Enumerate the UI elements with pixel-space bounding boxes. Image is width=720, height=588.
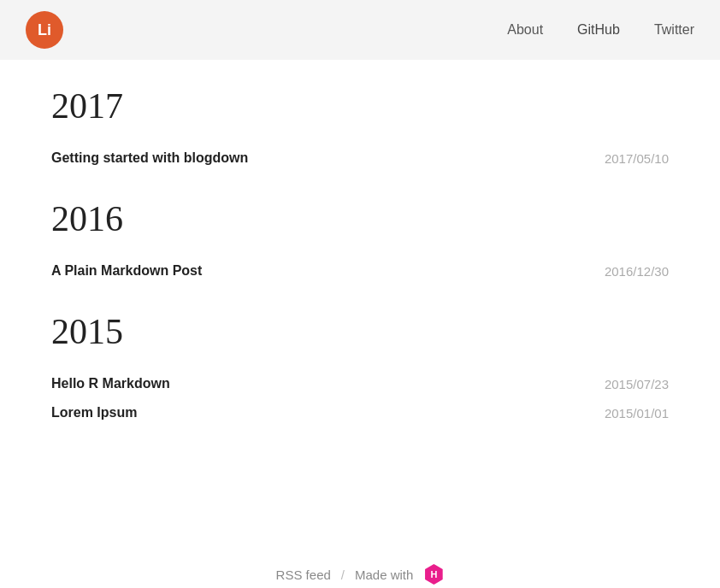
post-date: 2015/01/01 <box>605 406 669 420</box>
post-row: Getting started with blogdown2017/05/10 <box>51 144 669 173</box>
made-with-text: Made with <box>355 567 413 582</box>
post-title[interactable]: Hello R Markdown <box>51 376 170 391</box>
logo-avatar[interactable]: Li <box>26 11 63 49</box>
year-section-2016: 2016A Plain Markdown Post2016/12/30 <box>51 198 669 285</box>
year-section-2015: 2015Hello R Markdown2015/07/23Lorem Ipsu… <box>51 311 669 427</box>
post-title[interactable]: Getting started with blogdown <box>51 150 248 166</box>
nav-github[interactable]: GitHub <box>577 22 620 38</box>
site-header: Li About GitHub Twitter <box>0 0 720 60</box>
site-footer: RSS feed / Made with H <box>0 538 720 588</box>
year-heading: 2015 <box>51 311 669 352</box>
post-title[interactable]: A Plain Markdown Post <box>51 263 202 279</box>
hugo-icon: H <box>423 564 444 585</box>
year-section-2017: 2017Getting started with blogdown2017/05… <box>51 85 669 173</box>
main-nav: About GitHub Twitter <box>507 22 694 38</box>
post-date: 2015/07/23 <box>605 377 669 391</box>
nav-about[interactable]: About <box>507 22 543 38</box>
nav-twitter[interactable]: Twitter <box>654 22 694 38</box>
post-row: Lorem Ipsum2015/01/01 <box>51 398 669 427</box>
year-heading: 2017 <box>51 85 669 126</box>
post-row: Hello R Markdown2015/07/23 <box>51 369 669 398</box>
post-date: 2016/12/30 <box>605 264 669 279</box>
post-row: A Plain Markdown Post2016/12/30 <box>51 256 669 285</box>
rss-feed-link[interactable]: RSS feed <box>276 567 331 582</box>
year-heading: 2016 <box>51 198 669 239</box>
footer-separator: / <box>341 567 345 582</box>
post-title[interactable]: Lorem Ipsum <box>51 405 137 420</box>
post-date: 2017/05/10 <box>605 151 669 166</box>
main-content: 2017Getting started with blogdown2017/05… <box>0 60 720 538</box>
